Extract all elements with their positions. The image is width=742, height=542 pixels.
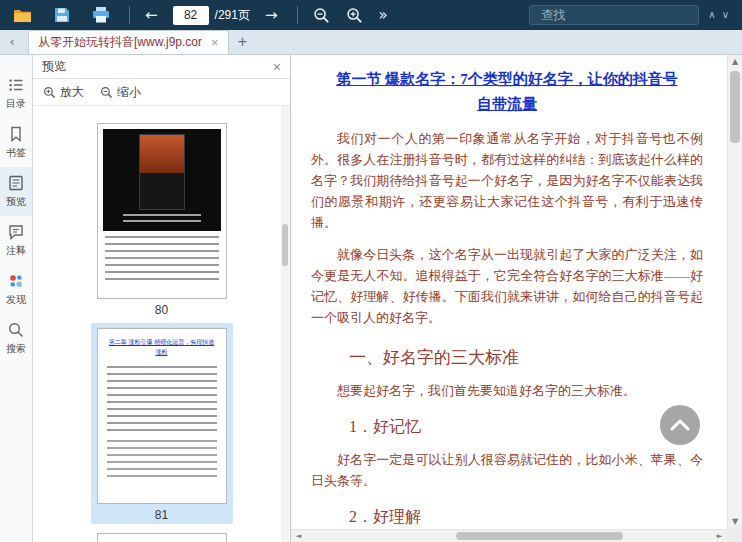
- sidebar-item-label: 目录: [6, 97, 26, 111]
- horizontal-scroll-thumb[interactable]: [456, 532, 622, 540]
- find-next-button[interactable]: ∨: [719, 8, 732, 22]
- scrollbar-corner: [727, 529, 742, 542]
- vertical-scroll-track[interactable]: [728, 69, 742, 515]
- zoom-in-button[interactable]: [343, 5, 366, 26]
- tab-scroll-left-button[interactable]: ‹: [0, 29, 24, 54]
- sidebar-item-preview[interactable]: 预览: [0, 167, 32, 216]
- phone-screen-content: [140, 135, 184, 173]
- thumbnail-image: [97, 123, 227, 299]
- sidebar-item-label: 注释: [6, 244, 26, 258]
- panel-title: 预览: [42, 58, 66, 75]
- toolbar-separator: [297, 6, 298, 24]
- toc-icon: [7, 76, 25, 94]
- zoom-in-label: 放大: [60, 84, 84, 101]
- more-tools-button[interactable]: »: [376, 6, 391, 25]
- top-toolbar: ← /291页 → » ∧ ∨: [0, 0, 742, 30]
- scroll-right-arrow[interactable]: ►: [712, 530, 727, 542]
- next-page-button[interactable]: →: [262, 6, 281, 25]
- sidebar-item-label: 发现: [6, 293, 26, 307]
- zoom-out-icon: [313, 7, 330, 24]
- zoom-out-label: 缩小: [117, 84, 141, 101]
- thumbnail-image: 第二章 涨粉引爆 精细化运营，实现快速涨粉: [97, 328, 227, 504]
- sidebar-item-label: 预览: [6, 195, 26, 209]
- thumbnail-zoom-in-button[interactable]: 放大: [43, 84, 84, 101]
- preview-panel-header: 预览 ×: [33, 55, 290, 79]
- vertical-scroll-thumb[interactable]: [730, 71, 740, 143]
- zoom-out-icon: [100, 86, 113, 99]
- tab-bar: ‹ 从零开始玩转抖音[www.j9p.cor × +: [0, 30, 742, 55]
- preview-panel: 预览 × 放大 缩小: [33, 55, 291, 542]
- pdf-reader-window: ← /291页 → » ∧ ∨ ‹ 从零开始玩转抖音[www.j9p.cor ×…: [0, 0, 742, 542]
- toolbar-separator: [129, 6, 130, 24]
- scroll-to-top-button[interactable]: [660, 405, 700, 445]
- phone-screenshot-image: [139, 134, 185, 210]
- paragraph: 好名字一定是可以让别人很容易就记住的，比如小米、苹果、今日头条等。: [311, 449, 703, 491]
- zoom-in-icon: [43, 86, 56, 99]
- thumbnail-zoom-bar: 放大 缩小: [33, 79, 290, 106]
- document-view[interactable]: 第一节 爆款名字：7个类型的好名字，让你的抖音号 自带流量 我们对一个人的第一印…: [291, 55, 742, 542]
- scroll-up-arrow[interactable]: ▲: [728, 55, 742, 69]
- paragraph: 就像今日头条，这个名字从一出现就引起了大家的广泛关注，如今更是无人不知。追根得益…: [311, 244, 703, 328]
- preview-scrollbar-thumb[interactable]: [282, 224, 288, 266]
- sidebar-item-search[interactable]: 搜索: [0, 314, 32, 363]
- zoom-in-icon: [346, 7, 363, 24]
- thumbnail-page-number: 81: [155, 508, 168, 522]
- print-icon: [92, 7, 110, 23]
- figure-caption-lines: [123, 214, 201, 222]
- horizontal-scrollbar[interactable]: ◄ ►: [291, 529, 727, 542]
- find-previous-button[interactable]: ∧: [705, 8, 718, 22]
- sidebar-item-toc[interactable]: 目录: [0, 69, 32, 118]
- sidebar-item-label: 搜索: [6, 342, 26, 356]
- new-tab-button[interactable]: +: [238, 29, 247, 54]
- sidebar-item-bookmarks[interactable]: 书签: [0, 118, 32, 167]
- tab-title: 从零开始玩转抖音[www.j9p.cor: [38, 34, 202, 51]
- document-tab[interactable]: 从零开始玩转抖音[www.j9p.cor ×: [28, 30, 229, 54]
- subheading-understandable: 2．好理解: [349, 507, 703, 528]
- paragraph: 我们对一个人的第一印象通常从名字开始，对于抖音号也不例外。很多人在注册抖音号时，…: [311, 128, 703, 233]
- page-total-label: /291页: [215, 7, 250, 24]
- tab-close-icon[interactable]: ×: [211, 36, 219, 49]
- section-title-line1: 第一节 爆款名字：7个类型的好名字，让你的抖音号: [336, 71, 677, 87]
- zoom-out-button[interactable]: [310, 5, 333, 26]
- page80-figure: [103, 129, 221, 231]
- bookmark-icon: [7, 125, 25, 143]
- search-icon: [7, 321, 25, 339]
- thumbnail-text-lines: [107, 440, 217, 480]
- panel-close-button[interactable]: ×: [273, 60, 281, 74]
- thumbnail-page-number: 80: [155, 303, 168, 317]
- left-sidebar: 目录 书签 预览 注释 发现 搜索: [0, 55, 33, 542]
- print-button[interactable]: [89, 5, 113, 25]
- open-file-button[interactable]: [10, 6, 35, 25]
- previous-page-button[interactable]: ←: [142, 6, 161, 25]
- horizontal-scroll-track[interactable]: [306, 530, 712, 542]
- sidebar-item-label: 书签: [6, 146, 26, 160]
- scroll-left-arrow[interactable]: ◄: [291, 530, 306, 542]
- document-page: 第一节 爆款名字：7个类型的好名字，让你的抖音号 自带流量 我们对一个人的第一印…: [291, 55, 727, 529]
- search-input[interactable]: [541, 8, 696, 22]
- main-content-row: 目录 书签 预览 注释 发现 搜索: [0, 55, 742, 542]
- thumbnail-text-lines: [107, 366, 217, 432]
- thumbnail-text-lines: [105, 236, 219, 284]
- save-icon: [54, 7, 70, 23]
- thumbnail-zoom-out-button[interactable]: 缩小: [100, 84, 141, 101]
- chevron-up-icon: [669, 418, 691, 432]
- preview-icon: [7, 174, 25, 192]
- page-number-input[interactable]: [173, 6, 209, 25]
- preview-scrollbar[interactable]: [281, 106, 289, 542]
- search-box[interactable]: [529, 5, 699, 25]
- section-title-line2: 自带流量: [477, 96, 537, 112]
- heading-three-standards: 一、好名字的三大标准: [349, 346, 703, 369]
- sidebar-item-discover[interactable]: 发现: [0, 265, 32, 314]
- sidebar-item-annotations[interactable]: 注释: [0, 216, 32, 265]
- thumbnail-page-81[interactable]: 第二章 涨粉引爆 精细化运营，实现快速涨粉 81: [91, 323, 233, 524]
- thumbnail-list: 80 第二章 涨粉引爆 精细化运营，实现快速涨粉 81: [33, 106, 290, 542]
- subheading-memorable: 1．好记忆: [349, 417, 703, 438]
- section-title: 第一节 爆款名字：7个类型的好名字，让你的抖音号 自带流量: [311, 67, 703, 117]
- thumbnail-page-80[interactable]: 80: [91, 118, 233, 319]
- annotation-icon: [7, 223, 25, 241]
- thumbnail-page-82[interactable]: [91, 528, 233, 542]
- save-button[interactable]: [51, 5, 73, 25]
- discover-icon: [7, 272, 25, 290]
- scroll-down-arrow[interactable]: ▼: [728, 515, 742, 529]
- vertical-scrollbar[interactable]: ▲ ▼: [727, 55, 742, 529]
